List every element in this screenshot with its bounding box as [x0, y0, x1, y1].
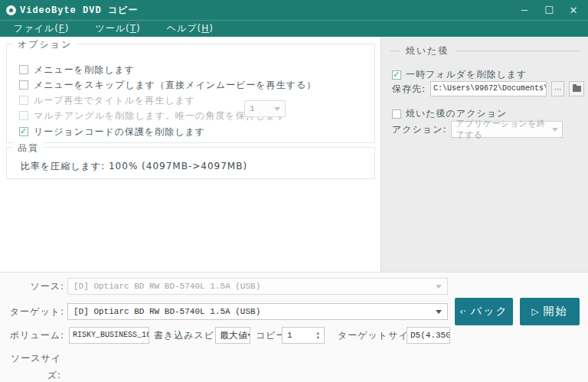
chevron-down-icon [436, 310, 442, 314]
checkbox-icon[interactable] [19, 80, 28, 90]
option-remove-menu[interactable]: メニューを削除します [19, 64, 135, 76]
source-select: [D] Optiarc BD RW BD-5740L 1.5A (USB) [67, 278, 448, 295]
menubar: ファイル(F) ツール(T) ヘルプ(H) [0, 20, 588, 37]
after-burning-header: 焼いた後 [390, 44, 580, 57]
checkbox-icon[interactable] [392, 109, 401, 119]
save-to-label: 保存先: [392, 83, 426, 96]
quality-groupbox: 品質 比率を圧縮します: 100% (4097MB->4097MB) [6, 147, 375, 179]
target-size-select[interactable]: D5(4.35G) [407, 327, 450, 344]
open-folder-button[interactable] [569, 81, 584, 96]
target-select[interactable]: [D] Optiarc BD RW BD-5740L 1.5A (USB) [67, 303, 448, 320]
source-label: ソース: [5, 278, 64, 295]
start-button[interactable]: ▷ 開始 [520, 298, 580, 325]
action-row: アクション: アプリケーションを終了する [392, 121, 563, 138]
window-controls: ─ ☐ ✕ [516, 2, 582, 18]
compression-ratio-text: 比率を圧縮します: 100% (4097MB->4097MB) [21, 160, 247, 173]
back-button[interactable]: ‹· バック [455, 298, 513, 325]
checkbox-icon [19, 96, 28, 105]
volume-label: ボリューム: [5, 327, 64, 344]
after-burning-panel: 焼いた後 一時フォルダを削除します 保存先: C:\Users\99672\Do… [381, 37, 588, 272]
close-icon[interactable]: ✕ [565, 2, 582, 18]
window-title: VideoByte DVD コピー [20, 4, 138, 17]
copies-stepper[interactable]: 1 ▲▼ [282, 327, 325, 344]
titlebar: VideoByte DVD コピー ─ ☐ ✕ [0, 0, 588, 20]
chevron-down-icon [436, 285, 442, 289]
browse-button[interactable]: ··· [551, 81, 564, 96]
chevron-down-icon [247, 334, 250, 338]
folder-icon [573, 86, 581, 92]
quality-group-title: 品質 [13, 142, 44, 155]
stepper-arrows-icon[interactable]: ▲▼ [316, 331, 319, 340]
action-label: アクション: [392, 123, 446, 136]
minimize-icon[interactable]: ─ [516, 2, 533, 18]
menu-help[interactable]: ヘルプ(H) [167, 22, 214, 35]
back-arrow-icon: ‹· [459, 306, 466, 317]
options-groupbox: オプション メニューを削除します メニューをスキップします（直接メインムービーを… [6, 44, 375, 143]
volume-input[interactable]: RISKY_BUSINESS_16X9 [69, 327, 149, 344]
videobyte-dvd-copy-window: VideoByte DVD コピー ─ ☐ ✕ ファイル(F) ツール(T) ヘ… [0, 0, 588, 382]
chevron-down-icon [552, 128, 558, 132]
option-loop-title[interactable]: ループ再生でタイトルを再生します [19, 94, 195, 106]
menu-file[interactable]: ファイル(F) [14, 22, 69, 35]
checkbox-checked-icon[interactable] [19, 127, 28, 136]
action-select: アプリケーションを終了する [451, 121, 563, 138]
checkbox-icon [19, 111, 28, 120]
target-label: ターゲット: [5, 303, 64, 320]
play-icon: ▷ [531, 306, 538, 317]
save-path-row: 保存先: C:\Users\99672\Documents\VideoB ··· [392, 81, 584, 96]
save-path-input[interactable]: C:\Users\99672\Documents\VideoB [430, 81, 547, 96]
write-speed-select[interactable]: 最大値 [215, 327, 250, 344]
option-skip-menu[interactable]: メニューをスキップします（直接メインムービーを再生する） [19, 79, 316, 91]
checkbox-checked-icon[interactable] [392, 70, 401, 80]
app-logo-disc-icon [6, 5, 16, 15]
burn-settings-panel: ソース: [D] Optiarc BD RW BD-5740L 1.5A (US… [0, 272, 588, 382]
delete-temp-folder-option[interactable]: 一時フォルダを削除します [392, 68, 527, 81]
chevron-down-icon [274, 107, 280, 111]
source-size-label: ソースサイズ: [2, 350, 61, 382]
maximize-icon[interactable]: ☐ [541, 2, 557, 18]
option-remove-region-code[interactable]: リージョンコードの保護を削除します [19, 126, 205, 138]
menu-tools[interactable]: ツール(T) [95, 22, 140, 35]
after-burning-title: 焼いた後 [406, 44, 449, 57]
angle-select: 1 [244, 100, 286, 117]
checkbox-icon[interactable] [19, 65, 28, 74]
options-group-title: オプション [13, 38, 77, 51]
options-panel: オプション メニューを削除します メニューをスキップします（直接メインムービーを… [0, 37, 381, 272]
